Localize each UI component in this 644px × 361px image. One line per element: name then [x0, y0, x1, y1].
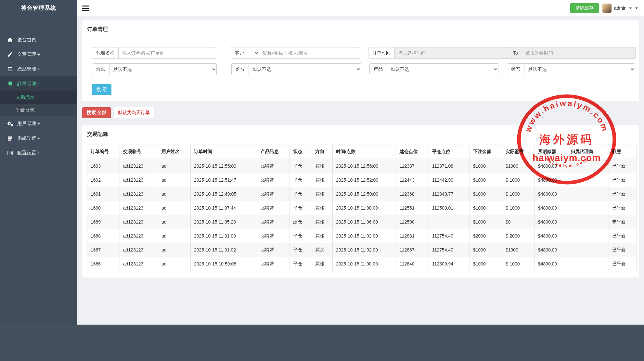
cell-order-time: 2025-10-15 12:55:09 [191, 159, 257, 173]
customer-select[interactable]: 客户 [231, 47, 259, 59]
cell-profit: $1900 [502, 243, 535, 257]
cell-user: ad [158, 201, 191, 215]
action-row: 搜索 全部 默认为当天订单 [82, 107, 639, 118]
table-header-cell: 交易帐号 [120, 145, 158, 159]
sidebar-item[interactable]: 交易流水 [0, 91, 77, 104]
sidebar-item[interactable]: 後台首頁 [0, 32, 77, 47]
order-time-from-input[interactable] [395, 47, 509, 59]
cell-agent [567, 215, 609, 229]
table-row: 1693ad123123ad2025-10-15 12:55:09比特幣平仓買漲… [87, 159, 637, 173]
cell-account: ad123123 [120, 187, 158, 201]
order-id-input[interactable] [119, 47, 216, 59]
cell-close-point: 112809.94 [429, 257, 470, 271]
table-header-cell: 实际盈亏 [502, 145, 535, 159]
cell-balance: $4800.00 [535, 229, 567, 243]
search-all-button[interactable]: 搜索 全部 [82, 107, 111, 118]
cell-close-point: 112754.40 [429, 229, 470, 243]
cell-account: ad123123 [120, 159, 158, 173]
cell-agent [567, 201, 609, 215]
default-note: 默认为当天订单 [114, 107, 154, 118]
clear-cache-button[interactable]: 清除緩存 [570, 3, 599, 13]
table-header-cell: 用户姓名 [158, 145, 191, 159]
sidebar-item-label: 用戶管理 + [17, 121, 40, 127]
profit-select[interactable]: 默认不选 [249, 63, 361, 75]
cell-account: ad123123 [120, 201, 158, 215]
table-header-cell: 时间/点数 [333, 145, 396, 159]
cell-account: ad123123 [120, 229, 158, 243]
cell-user: ad [158, 229, 191, 243]
cell-open-point: 112840 [396, 257, 429, 271]
records-panel-title: 交易記錄 [82, 125, 639, 142]
table-row: 1687ad123123ad2025-10-15 11:01:02比特幣平仓買跌… [87, 243, 637, 257]
sidebar-item[interactable]: 產品管理 + [0, 62, 77, 76]
sidebar-item[interactable]: 文章管理 + [0, 47, 77, 62]
cell-bet: $2000 [470, 229, 502, 243]
user-dropdown[interactable]: admin [602, 4, 632, 13]
status-select[interactable]: 默认不选 [524, 63, 635, 75]
order-time-to-input[interactable] [522, 47, 636, 59]
cell-bet: $1000 [470, 187, 502, 201]
sidebar-item-label: 訂單管理 - [17, 81, 39, 87]
cell-user: ad [158, 159, 191, 173]
cell-point-time: 2025-10-15 12:56:00 [333, 159, 396, 173]
cell-id: 1689 [87, 215, 120, 229]
cell-profit: $-2000 [502, 229, 535, 243]
updown-select[interactable]: 默认不选 [109, 63, 217, 75]
sidebar-item[interactable]: 配置設置 + [0, 146, 77, 160]
sidebar-item-label: 平倉日志 [16, 107, 34, 113]
records-table-wrap: 订单编号交易帐号用户姓名订单时间产品訊息状态方向时间/点数建仓点位平仓点位下注金… [87, 145, 634, 271]
updown-label: 涨跌 [92, 63, 109, 75]
cell-status: 平仓 [290, 257, 312, 271]
table-header-cell: 订单时间 [191, 145, 257, 159]
cell-user: ad [158, 173, 191, 187]
server-icon [6, 135, 14, 141]
cell-balance: $4800.00 [535, 159, 567, 173]
sidebar-item[interactable]: 用戶管理 + [0, 116, 77, 131]
filter-panel-title: 订单管理 [82, 20, 639, 37]
profit-group: 盈亏 默认不选 [231, 63, 361, 75]
cell-point-time: 2025-10-15 12:50:00 [333, 187, 396, 201]
cell-id: 1690 [87, 201, 120, 215]
menu-toggle-button[interactable] [77, 0, 94, 16]
cell-order-time: 2025-10-15 12:49:05 [191, 187, 257, 201]
cell-balance: $4800.00 [535, 215, 567, 229]
cell-state: 已平倉 [609, 201, 637, 215]
cell-open-point: 112831 [396, 229, 429, 243]
cell-direction: 買漲 [312, 201, 333, 215]
cell-close-point: 112442.99 [429, 173, 470, 187]
table-header-cell: 狀態 [609, 145, 637, 159]
table-header-cell: 建仓点位 [396, 145, 429, 159]
cell-product: 比特幣 [257, 187, 290, 201]
avatar[interactable] [602, 4, 612, 13]
cell-state: 已平倉 [609, 257, 637, 271]
book-icon [6, 81, 14, 87]
hamburger-icon [82, 6, 89, 6]
cell-profit: $1900 [502, 159, 535, 173]
cell-agent [567, 243, 609, 257]
table-row: 1688ad123123ad2025-10-15 11:01:08比特幣平仓買漲… [87, 229, 637, 243]
cell-balance: $4800.00 [535, 201, 567, 215]
app-title: 後台管理系統 [0, 0, 77, 16]
username: admin [614, 6, 626, 11]
cell-status: 平仓 [290, 229, 312, 243]
cell-direction: 買漲 [312, 215, 333, 229]
sidebar-item[interactable]: 訂單管理 - [0, 76, 77, 91]
table-header-cell: 方向 [312, 145, 333, 159]
cell-product: 比特幣 [257, 159, 290, 173]
cell-open-point: 112443 [396, 173, 429, 187]
table-header-cell: 归属代理商 [567, 145, 609, 159]
cell-bet: $1000 [470, 201, 502, 215]
search-button[interactable]: 搜 索 [92, 84, 111, 95]
customer-input[interactable] [259, 47, 360, 59]
table-header-cell: 产品訊息 [257, 145, 290, 159]
cell-bet: $1000 [470, 173, 502, 187]
cell-point-time: 2025-10-15 12:52:00 [333, 173, 396, 187]
records-panel: 交易記錄 订单编号交易帐号用户姓名订单时间产品訊息状态方向时间/点数建仓点位平仓… [82, 125, 639, 277]
sidebar-item[interactable]: 系統設置 + [0, 131, 77, 146]
cell-status: 平仓 [290, 243, 312, 257]
cell-open-point: 112368 [396, 187, 429, 201]
caret-down-icon[interactable] [635, 7, 638, 10]
product-select[interactable]: 默认不选 [387, 63, 498, 75]
sidebar-item[interactable]: 平倉日志 [0, 104, 77, 116]
table-header-cell: 平仓点位 [429, 145, 470, 159]
